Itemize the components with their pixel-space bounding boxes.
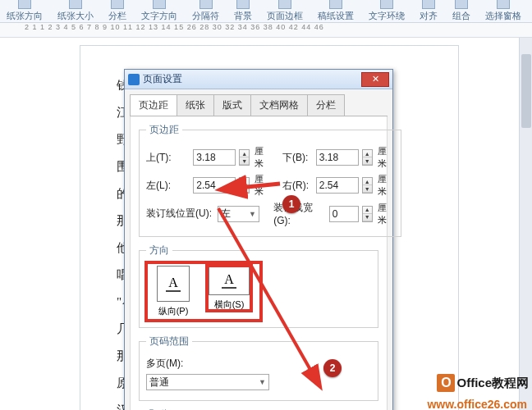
dialog-titlebar[interactable]: 页面设置 ✕ bbox=[125, 70, 392, 89]
brand-text: Office教程网 bbox=[456, 376, 529, 391]
watermark-url: www.office26.com bbox=[427, 398, 527, 410]
tab-paper[interactable]: 纸张 bbox=[177, 94, 214, 116]
top-spinner[interactable]: ▲▼ bbox=[239, 149, 250, 166]
dialog-title: 页面设置 bbox=[143, 72, 182, 86]
ribbon-item[interactable]: 纸张方向 bbox=[7, 0, 43, 22]
chevron-down-icon: ▼ bbox=[259, 378, 266, 386]
tab-layout[interactable]: 版式 bbox=[213, 94, 251, 116]
bottom-spinner[interactable]: ▲▼ bbox=[362, 149, 373, 166]
tab-grid[interactable]: 文档网格 bbox=[250, 94, 308, 116]
callout-2: 2 bbox=[323, 359, 342, 377]
ribbon-item[interactable]: 背景 bbox=[234, 0, 252, 22]
close-icon[interactable]: ✕ bbox=[361, 72, 389, 87]
bottom-label: 下(B): bbox=[282, 151, 313, 165]
right-input[interactable]: 2.54 bbox=[316, 177, 359, 194]
vertical-scrollbar[interactable] bbox=[519, 38, 532, 410]
margins-legend: 页边距 bbox=[146, 123, 182, 137]
page-setup-dialog: 页面设置 ✕ 页边距 纸张 版式 文档网格 分栏 页边距 上(T): 3.18 … bbox=[124, 69, 393, 410]
ribbon-item[interactable]: 纸张大小 bbox=[57, 0, 94, 22]
page-range-legend: 页码范围 bbox=[146, 335, 192, 348]
landscape-label: 横向(S) bbox=[207, 298, 251, 311]
ribbon-item[interactable]: 对齐 bbox=[420, 0, 438, 22]
ribbon-toolbar: 纸张方向 纸张大小 分栏 文字方向 分隔符 背景 页面边框 稿纸设置 文字环绕 … bbox=[0, 0, 532, 23]
ribbon-item[interactable]: 稿纸设置 bbox=[318, 0, 354, 22]
ribbon-item[interactable]: 选择窗格 bbox=[485, 0, 521, 22]
tab-margins[interactable]: 页边距 bbox=[130, 94, 177, 116]
ribbon-item[interactable]: 文字环绕 bbox=[369, 0, 405, 22]
top-input[interactable]: 3.18 bbox=[193, 149, 236, 166]
ribbon-item[interactable]: 组合 bbox=[452, 0, 470, 22]
left-spinner[interactable]: ▲▼ bbox=[239, 177, 250, 194]
margins-group: 页边距 上(T): 3.18 ▲▼ 厘米 下(B): 3.18 ▲▼ 厘米 左(… bbox=[139, 123, 401, 237]
orientation-legend: 方向 bbox=[146, 244, 172, 257]
page-range-group: 页码范围 多页(M): 普通▼ bbox=[139, 335, 378, 401]
tab-columns[interactable]: 分栏 bbox=[307, 94, 345, 116]
callout-1: 1 bbox=[282, 195, 300, 213]
gutter-width-spinner[interactable]: ▲▼ bbox=[362, 206, 373, 222]
unit-label: 厘米 bbox=[255, 173, 271, 198]
multi-page-combo[interactable]: 普通▼ bbox=[146, 374, 269, 390]
unit-label: 厘米 bbox=[378, 173, 394, 198]
left-input[interactable]: 2.54 bbox=[193, 177, 236, 194]
ribbon-item[interactable]: 文字方向 bbox=[141, 0, 177, 22]
right-label: 右(R): bbox=[282, 179, 313, 193]
portrait-option[interactable]: A 纵向(P) bbox=[151, 266, 195, 317]
unit-label: 厘米 bbox=[255, 145, 271, 170]
bottom-input[interactable]: 3.18 bbox=[316, 149, 359, 166]
ribbon-item[interactable]: 分栏 bbox=[108, 0, 126, 22]
orientation-group: 方向 A 纵向(P) A 横向(S) bbox=[139, 244, 378, 328]
ribbon-item[interactable]: 分隔符 bbox=[192, 0, 219, 22]
app-icon bbox=[128, 74, 140, 85]
portrait-label: 纵向(P) bbox=[151, 305, 195, 317]
ribbon-item[interactable]: 页面边框 bbox=[267, 0, 303, 22]
dialog-tabs: 页边距 纸张 版式 文档网格 分栏 bbox=[125, 89, 392, 116]
gutter-pos-label: 装订线位置(U): bbox=[146, 207, 214, 221]
brand-icon: O bbox=[437, 374, 455, 392]
horizontal-ruler: 2 1 1 2 3 4 5 6 7 8 9 10 11 12 13 14 15 … bbox=[0, 23, 532, 38]
unit-label: 厘米 bbox=[378, 145, 394, 170]
gutter-pos-combo[interactable]: 左▼ bbox=[218, 206, 259, 222]
right-spinner[interactable]: ▲▼ bbox=[362, 177, 373, 194]
landscape-option[interactable]: A 横向(S) bbox=[207, 266, 251, 311]
watermark: O Office教程网 bbox=[437, 374, 529, 392]
multi-label: 多页(M): bbox=[146, 357, 194, 371]
scrollbar-thumb[interactable] bbox=[521, 54, 531, 128]
top-label: 上(T): bbox=[146, 151, 190, 165]
landscape-icon: A bbox=[222, 272, 236, 289]
portrait-icon: A bbox=[166, 276, 181, 292]
unit-label: 厘米 bbox=[378, 202, 394, 226]
gutter-width-input[interactable]: 0 bbox=[329, 206, 359, 222]
left-label: 左(L): bbox=[146, 179, 190, 193]
chevron-down-icon: ▼ bbox=[249, 210, 256, 218]
